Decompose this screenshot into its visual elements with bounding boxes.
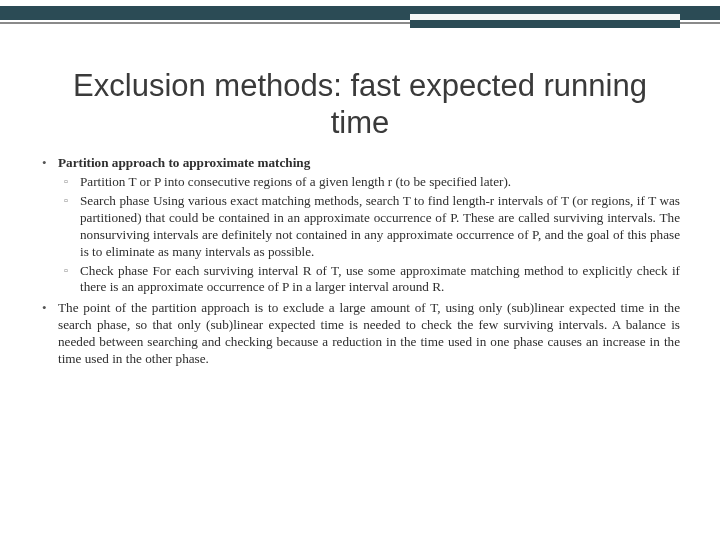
bullet-1-sub-3: Check phase For each surviving interval … [58, 263, 680, 297]
bullet-1: Partition approach to approximate matchi… [40, 155, 680, 296]
decorative-top-bar [0, 0, 720, 34]
bullet-2: The point of the partition approach is t… [40, 300, 680, 368]
bullet-1-sub-1: Partition T or P into consecutive region… [58, 174, 680, 191]
bullet-1-sub-2: Search phase Using various exact matchin… [58, 193, 680, 261]
top-overlay-dark [410, 20, 680, 28]
bullet-1-sublist: Partition T or P into consecutive region… [58, 174, 680, 296]
bullet-list: Partition approach to approximate matchi… [40, 155, 680, 368]
bullet-1-head: Partition approach to approximate matchi… [58, 155, 310, 170]
slide-title: Exclusion methods: fast expected running… [40, 68, 680, 141]
slide: Exclusion methods: fast expected running… [0, 0, 720, 540]
slide-content: Partition approach to approximate matchi… [0, 155, 720, 368]
